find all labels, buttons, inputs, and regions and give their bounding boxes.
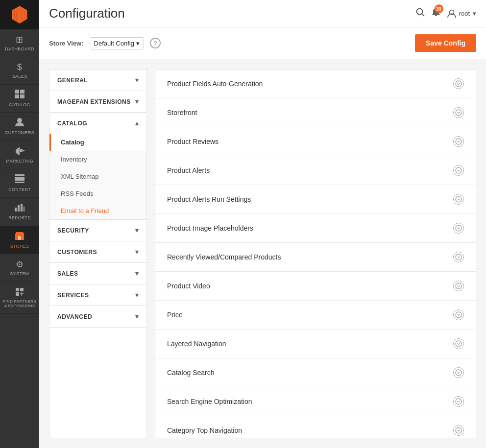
config-row-title: Search Engine Optimization xyxy=(167,398,252,405)
expand-icon xyxy=(453,136,464,147)
sidebar-item-label: MARKETING xyxy=(6,159,33,164)
chevron-down-icon: ▾ xyxy=(135,291,139,299)
catalog-item-rss-feeds[interactable]: RSS Feeds xyxy=(49,185,146,202)
marketing-icon xyxy=(15,146,24,157)
sidebar-item-label: CUSTOMERS xyxy=(5,130,34,136)
save-config-button[interactable]: Save Config xyxy=(415,34,476,52)
section-catalog-label: CATALOG xyxy=(57,120,87,127)
config-row-price[interactable]: Price xyxy=(155,301,476,330)
section-security-header[interactable]: SECURITY ▾ xyxy=(49,220,146,241)
sidebar-item-system[interactable]: ⚙ SYSTEM xyxy=(0,254,39,282)
sidebar-item-label: REPORTS xyxy=(8,215,30,221)
config-row-title: Price xyxy=(167,311,183,319)
sidebar-item-stores[interactable]: STORES xyxy=(0,226,39,255)
catalog-item-inventory[interactable]: Inventory xyxy=(49,151,146,168)
reports-icon xyxy=(15,203,24,214)
extensions-icon xyxy=(15,287,24,298)
section-general-label: GENERAL xyxy=(57,77,88,84)
notification-badge: 39 xyxy=(435,4,443,13)
section-general-header[interactable]: GENERAL ▾ xyxy=(49,70,146,91)
config-row-product-reviews[interactable]: Product Reviews xyxy=(155,127,476,156)
sidebar-item-catalog[interactable]: CATALOG xyxy=(0,85,39,113)
svg-rect-12 xyxy=(21,204,23,212)
expand-icon xyxy=(453,281,464,291)
section-magefan: MAGEFAN EXTENSIONS ▾ xyxy=(49,91,146,113)
expand-icon xyxy=(453,194,464,205)
system-icon: ⚙ xyxy=(16,259,24,270)
config-row-product-alerts-run[interactable]: Product Alerts Run Settings xyxy=(155,185,476,214)
user-menu-button[interactable]: root ▾ xyxy=(447,9,476,18)
sidebar-item-customers[interactable]: CUSTOMERS xyxy=(0,113,39,141)
config-row-title: Product Image Placeholders xyxy=(167,224,253,232)
help-button[interactable]: ? xyxy=(150,38,161,48)
search-button[interactable] xyxy=(416,8,425,19)
section-general: GENERAL ▾ xyxy=(49,70,146,91)
section-services: SERVICES ▾ xyxy=(49,284,146,306)
section-services-header[interactable]: SERVICES ▾ xyxy=(49,284,146,306)
config-row-title: Storefront xyxy=(167,109,197,117)
svg-point-25 xyxy=(456,167,462,173)
svg-rect-16 xyxy=(16,288,19,291)
section-sales-header[interactable]: SALES ▾ xyxy=(49,263,146,284)
store-view-chevron-icon: ▾ xyxy=(136,40,140,47)
sidebar-item-reports[interactable]: REPORTS xyxy=(0,198,39,226)
sidebar-item-label: STORES xyxy=(10,244,29,249)
user-dropdown-icon: ▾ xyxy=(473,10,476,17)
catalog-item-email-to-friend[interactable]: Email to a Friend xyxy=(49,202,146,219)
svg-rect-3 xyxy=(20,94,24,98)
svg-rect-7 xyxy=(15,174,24,176)
config-row-product-alerts[interactable]: Product Alerts xyxy=(155,156,476,185)
config-row-recently-viewed[interactable]: Recently Viewed/Compared Products xyxy=(155,243,476,272)
section-catalog-header[interactable]: CATALOG ▴ xyxy=(49,113,146,134)
section-magefan-header[interactable]: MAGEFAN EXTENSIONS ▾ xyxy=(49,91,146,112)
sidebar-item-label: SALES xyxy=(12,74,27,79)
config-row-product-video[interactable]: Product Video xyxy=(155,272,476,301)
expand-icon xyxy=(453,367,464,378)
content-area: GENERAL ▾ MAGEFAN EXTENSIONS ▾ CATALOG ▴… xyxy=(39,59,486,448)
customers-icon xyxy=(15,118,24,129)
config-row-title: Category Top Navigation xyxy=(167,426,242,434)
sidebar-item-dashboard[interactable]: ⊞ DASHBOARD xyxy=(0,29,39,57)
config-row-title: Product Fields Auto-Generation xyxy=(167,80,263,88)
config-row-title: Product Reviews xyxy=(167,138,219,145)
svg-point-29 xyxy=(456,283,462,289)
notification-button[interactable]: 39 xyxy=(432,7,440,20)
svg-point-27 xyxy=(456,225,462,231)
section-services-label: SERVICES xyxy=(57,292,89,299)
config-row-product-fields[interactable]: Product Fields Auto-Generation xyxy=(155,70,476,98)
chevron-down-icon: ▾ xyxy=(135,76,139,84)
sidebar-item-label: CONTENT xyxy=(8,187,31,192)
config-row-product-image[interactable]: Product Image Placeholders xyxy=(155,214,476,243)
config-row-title: Product Alerts Run Settings xyxy=(167,195,251,203)
config-row-category-nav[interactable]: Category Top Navigation xyxy=(155,416,476,438)
svg-point-26 xyxy=(456,196,462,202)
expand-icon xyxy=(453,338,464,349)
sidebar-item-marketing[interactable]: MARKETING xyxy=(0,141,39,169)
catalog-item-catalog[interactable]: Catalog xyxy=(49,134,146,151)
config-row-seo[interactable]: Search Engine Optimization xyxy=(155,387,476,416)
expand-icon xyxy=(453,78,464,89)
section-customers-label: CUSTOMERS xyxy=(57,249,97,256)
svg-rect-6 xyxy=(23,150,24,151)
svg-point-32 xyxy=(456,370,462,376)
chevron-down-icon: ▾ xyxy=(135,248,139,256)
config-row-layered-nav[interactable]: Layered Navigation xyxy=(155,330,476,358)
section-magefan-label: MAGEFAN EXTENSIONS xyxy=(57,98,131,105)
user-icon xyxy=(447,9,456,18)
catalog-item-xml-sitemap[interactable]: XML Sitemap xyxy=(49,168,146,185)
config-row-catalog-search[interactable]: Catalog Search xyxy=(155,358,476,387)
section-catalog: CATALOG ▴ Catalog Inventory XML Sitemap … xyxy=(49,113,146,220)
section-security-label: SECURITY xyxy=(57,227,89,234)
section-sales: SALES ▾ xyxy=(49,263,146,284)
svg-point-24 xyxy=(456,139,462,144)
section-customers: CUSTOMERS ▾ xyxy=(49,241,146,263)
section-customers-header[interactable]: CUSTOMERS ▾ xyxy=(49,241,146,262)
svg-line-20 xyxy=(422,14,424,16)
store-view-select[interactable]: Default Config ▾ xyxy=(90,37,144,49)
sidebar-item-extensions[interactable]: FIND PARTNERS & EXTENSIONS xyxy=(0,282,39,314)
config-row-storefront[interactable]: Storefront xyxy=(155,98,476,127)
sidebar-item-sales[interactable]: $ SALES xyxy=(0,57,39,85)
expand-icon xyxy=(453,309,464,320)
sidebar-item-content[interactable]: CONTENT xyxy=(0,169,39,198)
section-advanced-header[interactable]: ADVANCED ▾ xyxy=(49,306,146,327)
